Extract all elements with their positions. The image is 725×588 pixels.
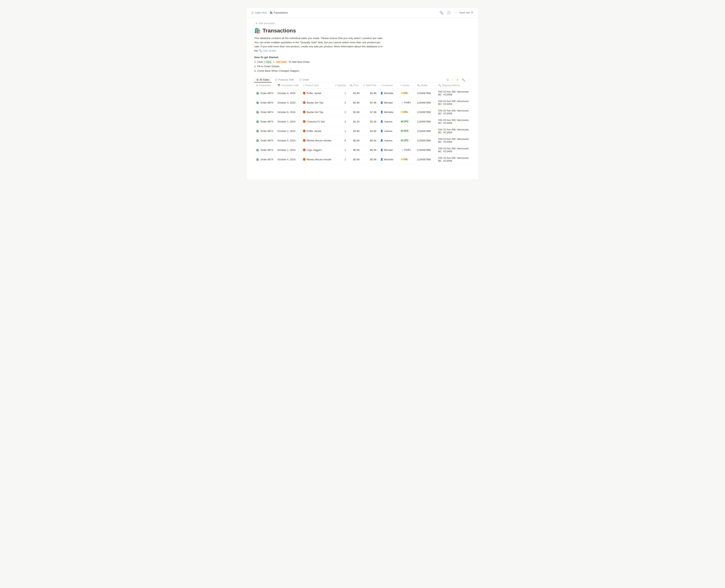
th-transaction-icon: ⊞: [256, 84, 258, 87]
cell-qty-5: 6: [333, 136, 348, 145]
product-name-1: Barbie Girl Top: [307, 101, 323, 104]
table-row[interactable]: 🛍️ Order-9874 October 4, 2024 🎁 Puffer J…: [254, 88, 471, 98]
lightning-button[interactable]: ⚡: [455, 78, 460, 82]
updates-button[interactable]: 🕐: [446, 10, 451, 15]
cell-total-0: $3.99: [361, 88, 378, 98]
table-row[interactable]: 🛍️ Order-9874 October 6, 2024 🎁 Barbie G…: [254, 107, 471, 117]
table-more-button[interactable]: ···: [467, 78, 471, 82]
cell-price-7: $0.99: [348, 155, 361, 164]
th-qty-icon: #: [335, 84, 337, 87]
col-header-address[interactable]: 🔍 Shipping Address: [436, 83, 471, 88]
cell-price-3: $1.29: [348, 117, 361, 126]
transactions-table: ⊞ Transaction 📅 Transaction Date ↗ Produ…: [254, 83, 471, 164]
cell-total-7: $0.99: [361, 155, 378, 164]
cell-transaction-5: 🛍️ Order-9874: [254, 136, 276, 145]
product-icon-5: 🎁: [303, 139, 306, 142]
cell-customer-3: 👤 Joanna: [378, 117, 398, 126]
tab-products-sold[interactable]: 🕐 Products Sold: [272, 77, 296, 82]
customer-icon-6: 👤: [380, 149, 383, 151]
table-row[interactable]: 🛍️ Order-9874 October 4, 2024 🎁 Mickey M…: [254, 155, 471, 164]
cell-mobile-4: 1234567890: [415, 126, 436, 136]
user-guide-link[interactable]: 🔍 User Guide.: [259, 49, 277, 52]
transaction-icon-3: 🛍️: [256, 120, 259, 123]
col-header-transaction[interactable]: ⊞ Transaction: [254, 83, 276, 88]
carrier-name-4: UPS: [403, 130, 408, 132]
table-row[interactable]: 🛍️ Order-9874 October 3, 2024 🎁 Barbie G…: [254, 98, 471, 107]
col-header-date[interactable]: 📅 Transaction Date: [276, 83, 301, 88]
cell-transaction-1: 🛍️ Order-9874: [254, 98, 276, 107]
product-icon-7: 🎁: [303, 158, 306, 161]
transaction-id-1: Order-9874: [260, 101, 273, 104]
col-header-mobile[interactable]: 🔍 Mobile: [415, 83, 436, 88]
how-to-section: How To get Started: 1. Click + New > Add…: [254, 56, 471, 73]
search-button[interactable]: 🔍: [439, 10, 444, 15]
how-to-step-3: 3. Come Back When Changes Happen.: [254, 69, 471, 73]
cell-customer-7: 👤 Michelle: [378, 155, 398, 164]
customer-name-4: Joanna: [384, 130, 392, 132]
customer-name-1: Michael: [384, 101, 393, 104]
breadcrumb-parent[interactable]: 🛒 Sales Hub: [251, 11, 267, 14]
col-header-product[interactable]: ↗ Product Sold: [301, 83, 333, 88]
more-options-button[interactable]: ···: [454, 10, 458, 15]
col-header-quantity[interactable]: # Quantity: [333, 83, 348, 88]
product-icon-0: 🎁: [303, 92, 306, 94]
filter-icon: ⊟: [447, 78, 449, 81]
product-icon-1: 🎁: [303, 101, 306, 104]
transaction-icon-5: 🛍️: [256, 139, 259, 142]
cell-product-6: 🎁 Logo Joggers: [301, 145, 333, 155]
table-row[interactable]: 🛍️ Order-9874 October 1, 2024 🎁 Costume …: [254, 117, 471, 126]
page-title-icon: 🛍️: [254, 27, 261, 34]
cell-customer-6: 👤 Michael: [378, 145, 398, 155]
cell-address-6: 534 10 Ave SW, Vancouver, BC. VC3456: [436, 145, 471, 155]
eye-icon: 👁: [255, 22, 258, 25]
carrier-name-2: DHL: [403, 111, 408, 113]
filter-button[interactable]: ⊟: [446, 78, 450, 82]
cell-customer-0: 👤 Michelle: [378, 88, 398, 98]
table-row[interactable]: 🛍️ Order-9874 October 5, 2024 🎁 Mickey M…: [254, 136, 471, 145]
carrier-name-0: DHL: [403, 92, 408, 94]
customer-name-2: Michelle: [384, 111, 394, 113]
cell-mobile-3: 1234567890: [415, 117, 436, 126]
customer-icon-2: 👤: [380, 111, 383, 113]
tab-chart[interactable]: 🕐 Chart: [297, 77, 311, 82]
col-header-customer[interactable]: ↗ Customer: [378, 83, 398, 88]
col-header-total[interactable]: Σ Total Price: [361, 83, 378, 88]
cell-product-7: 🎁 Mickey Mouse Hoodie: [301, 155, 333, 164]
th-mobile-icon: 🔍: [417, 84, 420, 87]
cell-date-3: October 1, 2024: [276, 117, 301, 126]
cell-transaction-7: 🛍️ Order-9874: [254, 155, 276, 164]
transaction-icon-0: 🛍️: [256, 92, 259, 94]
cell-price-0: $3.99: [348, 88, 361, 98]
cell-price-2: $3.99: [348, 107, 361, 117]
carrier-badge-2: DHL: [400, 110, 410, 114]
sort-button[interactable]: ↕: [451, 78, 454, 82]
table-search-button[interactable]: 🔍: [461, 78, 466, 82]
cell-carrier-1: — FedEx: [398, 98, 415, 107]
carrier-badge-6: — FedEx: [400, 148, 412, 152]
col-header-price[interactable]: 🔍 Price: [348, 83, 361, 88]
cell-mobile-1: 1234567890: [415, 98, 436, 107]
ellipsis-icon: ···: [454, 11, 457, 15]
transaction-id-5: Order-9874: [260, 139, 273, 142]
th-customer-icon: ↗: [380, 84, 382, 87]
table-search-icon: 🔍: [462, 78, 465, 81]
cell-date-6: October 1, 2024: [276, 145, 301, 155]
table-row[interactable]: 🛍️ Order-9874 October 2, 2024 🎁 Puffer J…: [254, 126, 471, 136]
hide-description-button[interactable]: 👁 Hide description: [254, 22, 276, 25]
table-row[interactable]: 🛍️ Order-9874 October 1, 2024 🎁 Logo Jog…: [254, 145, 471, 155]
all-sales-icon: ⊞: [257, 79, 259, 81]
col-header-carrier[interactable]: ↗ Carrier: [398, 83, 415, 88]
carrier-badge-5: UPS: [400, 139, 410, 142]
cell-carrier-0: DHL: [398, 88, 415, 98]
transaction-icon-1: 🛍️: [256, 101, 259, 104]
transactions-nav-icon: 🛍️: [270, 11, 273, 14]
th-product-icon: ↗: [303, 84, 304, 87]
new-button-inline: + New: [263, 60, 272, 64]
breadcrumb-separator: /: [268, 11, 268, 14]
cell-customer-2: 👤 Michelle: [378, 107, 398, 117]
cell-mobile-0: 1234567890: [415, 88, 436, 98]
carrier-name-5: UPS: [403, 139, 408, 142]
transaction-icon-7: 🛍️: [256, 158, 259, 161]
tab-all-sales[interactable]: ⊞ All Sales: [254, 77, 271, 82]
customer-icon-7: 👤: [380, 158, 383, 161]
